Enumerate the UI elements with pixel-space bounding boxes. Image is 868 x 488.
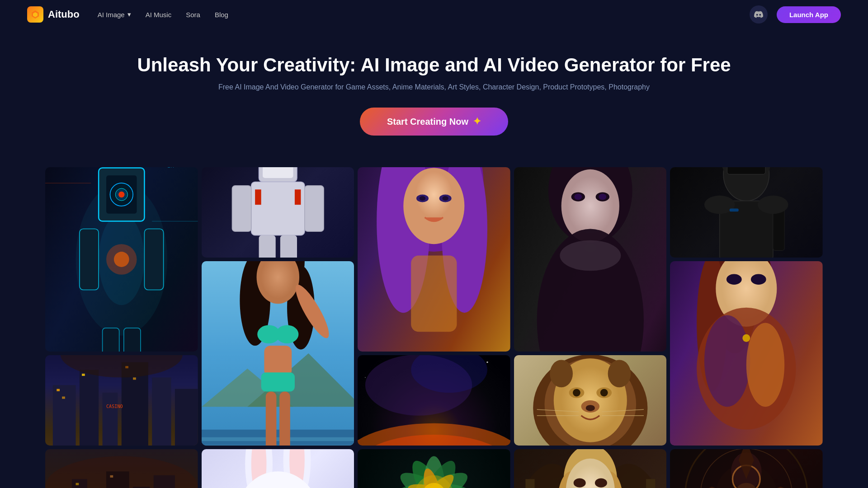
svg-rect-67 xyxy=(80,370,99,446)
gallery-item-3[interactable] xyxy=(358,167,510,352)
nav-item-ai-image[interactable]: AI Image ▾ xyxy=(98,10,131,19)
svg-point-7 xyxy=(118,192,125,198)
gallery-grid: 店舗 IR xyxy=(0,154,868,488)
gallery-item-8[interactable] xyxy=(358,355,510,446)
svg-rect-10 xyxy=(80,229,99,290)
svg-point-37 xyxy=(420,196,426,201)
gallery-item-12[interactable] xyxy=(202,449,354,488)
svg-point-34 xyxy=(403,168,464,244)
logo[interactable]: Aitubo xyxy=(27,6,80,23)
svg-point-117 xyxy=(573,389,580,397)
svg-point-55 xyxy=(560,240,621,271)
gallery-item-4[interactable] xyxy=(514,167,667,352)
svg-rect-95 xyxy=(279,391,290,446)
svg-rect-12 xyxy=(103,328,119,352)
svg-rect-66 xyxy=(53,385,76,446)
svg-point-63 xyxy=(758,196,789,214)
svg-rect-24 xyxy=(232,186,251,231)
svg-rect-64 xyxy=(730,209,739,212)
nav-item-blog[interactable]: Blog xyxy=(215,11,228,19)
nav-item-sora[interactable]: Sora xyxy=(186,11,200,19)
svg-point-138 xyxy=(746,323,784,407)
svg-point-120 xyxy=(585,405,594,411)
sparkle-icon: ✦ xyxy=(473,116,481,127)
svg-rect-187 xyxy=(646,479,655,488)
gallery-item-14[interactable] xyxy=(514,449,667,488)
svg-rect-92 xyxy=(261,372,294,391)
gallery-item-2[interactable] xyxy=(202,167,354,258)
svg-point-135 xyxy=(751,274,766,285)
svg-rect-94 xyxy=(265,391,276,446)
discord-icon[interactable] xyxy=(750,5,768,23)
svg-rect-73 xyxy=(62,397,65,399)
nav-left: Aitubo AI Image ▾ AI Music Sora xyxy=(27,6,228,23)
hero-subtitle: Free AI Image And Video Generator for Ga… xyxy=(0,83,868,91)
navbar: Aitubo AI Image ▾ AI Music Sora xyxy=(0,0,868,29)
gallery-item-13[interactable] xyxy=(358,449,510,488)
svg-rect-68 xyxy=(103,393,118,446)
gallery-item-1[interactable]: 店舗 IR xyxy=(45,167,198,352)
gallery-item-9[interactable] xyxy=(514,355,667,446)
svg-point-9 xyxy=(114,252,129,267)
gallery-item-11[interactable]: CASINO LAS VEGAS xyxy=(45,449,198,488)
svg-point-193 xyxy=(595,479,607,488)
svg-point-90 xyxy=(275,325,298,344)
svg-rect-70 xyxy=(152,377,171,446)
svg-point-139 xyxy=(743,334,750,342)
svg-point-118 xyxy=(600,389,608,397)
gallery-item-10[interactable] xyxy=(670,261,823,446)
nav-right: Launch App xyxy=(750,5,841,23)
svg-rect-11 xyxy=(144,229,163,290)
svg-point-134 xyxy=(726,274,742,285)
svg-point-51 xyxy=(574,194,582,200)
svg-point-122 xyxy=(608,360,631,388)
start-creating-button[interactable]: Start Creating Now ✦ xyxy=(360,108,508,136)
svg-text:CASINO: CASINO xyxy=(106,404,123,409)
svg-point-101 xyxy=(486,361,488,363)
svg-rect-39 xyxy=(411,256,457,332)
svg-text:IR: IR xyxy=(167,167,174,169)
logo-text: Aitubo xyxy=(48,9,80,20)
svg-point-52 xyxy=(599,194,606,200)
svg-rect-72 xyxy=(57,389,60,391)
gallery-item-15[interactable] xyxy=(670,449,823,488)
chevron-down-icon: ▾ xyxy=(127,10,131,19)
svg-rect-82 xyxy=(202,445,354,446)
svg-point-38 xyxy=(443,196,449,201)
gallery-item-5[interactable] xyxy=(670,167,823,258)
svg-rect-13 xyxy=(124,328,141,352)
svg-rect-71 xyxy=(175,389,198,446)
launch-app-button[interactable]: Launch App xyxy=(777,6,841,23)
svg-rect-81 xyxy=(202,437,354,441)
svg-rect-28 xyxy=(255,189,261,205)
svg-rect-74 xyxy=(82,374,85,376)
cta-label: Start Creating Now xyxy=(387,117,468,127)
svg-point-121 xyxy=(550,360,573,388)
gallery-item-7[interactable] xyxy=(202,261,354,446)
svg-rect-20 xyxy=(263,167,293,178)
svg-rect-25 xyxy=(304,186,323,231)
gallery-item-6[interactable]: CASINO xyxy=(45,355,198,446)
svg-point-102 xyxy=(365,377,366,378)
svg-point-192 xyxy=(573,479,585,488)
svg-rect-59 xyxy=(727,167,765,174)
hero-title: Unleash Your Creativity: AI Image and AI… xyxy=(0,54,868,76)
svg-rect-91 xyxy=(264,346,292,376)
svg-rect-27 xyxy=(280,235,297,258)
svg-rect-76 xyxy=(133,377,136,380)
svg-point-137 xyxy=(704,315,750,407)
nav-item-ai-music[interactable]: AI Music xyxy=(146,11,172,19)
svg-rect-29 xyxy=(295,189,301,205)
nav-links: AI Image ▾ AI Music Sora Blog xyxy=(98,10,228,19)
svg-rect-26 xyxy=(259,235,275,258)
logo-icon xyxy=(27,6,43,23)
svg-rect-186 xyxy=(525,479,534,488)
